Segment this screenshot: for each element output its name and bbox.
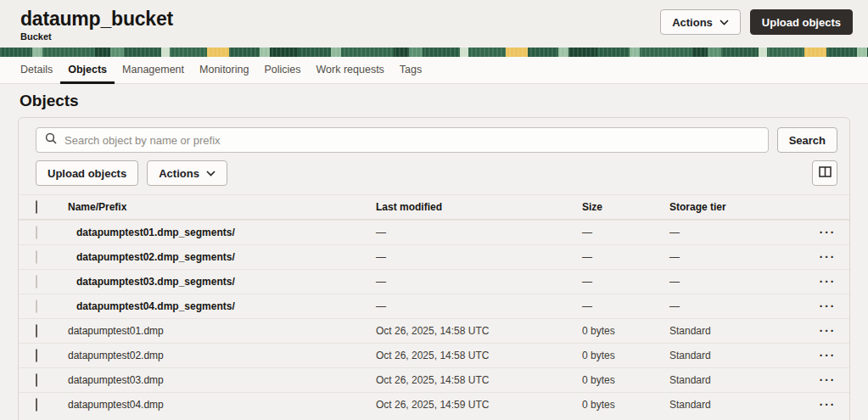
row-checkbox[interactable] [36, 324, 37, 338]
row-checkbox[interactable] [36, 398, 37, 412]
table-header-row: Name/Prefix Last modified Size Storage t… [19, 194, 849, 220]
tab-monitoring[interactable]: Monitoring [192, 57, 256, 84]
row-actions-menu-button[interactable]: ··· [820, 373, 837, 386]
table-row: datapumptest03.dmp Oct 26, 2025, 14:58 U… [19, 367, 849, 392]
column-header-size: Size [582, 201, 669, 213]
row-actions-menu-button[interactable]: ··· [820, 324, 837, 337]
header-actions-label: Actions [672, 16, 713, 29]
tab-objects[interactable]: Objects [60, 57, 115, 84]
objects-panel: Search Upload objects Actions [18, 117, 850, 420]
object-last-modified: Oct 26, 2025, 14:58 UTC [376, 350, 582, 361]
object-size: 0 bytes [582, 325, 669, 337]
row-checkbox [36, 250, 37, 264]
search-icon [45, 132, 57, 148]
object-name[interactable]: datapumptest01.dmp [68, 325, 376, 337]
object-name[interactable]: datapumptest01.dmp_segments/ [68, 227, 376, 238]
header-upload-label: Upload objects [762, 16, 841, 29]
actions-button[interactable]: Actions [147, 160, 227, 186]
columns-icon [819, 166, 832, 180]
object-size: — [582, 276, 669, 288]
object-last-modified: — [376, 300, 582, 312]
tab-tags[interactable]: Tags [392, 57, 429, 84]
column-header-name: Name/Prefix [68, 201, 376, 213]
row-checkbox[interactable] [36, 373, 37, 387]
header-actions: Actions Upload objects [660, 9, 853, 35]
object-last-modified: — [376, 227, 582, 238]
page-subtitle: Bucket [20, 31, 173, 42]
table-row: datapumptest02.dmp Oct 26, 2025, 14:58 U… [19, 343, 849, 367]
table-row: datapumptest01.dmp_segments/ — — — ··· [19, 220, 849, 244]
objects-content: Objects Search Upload objects [0, 92, 868, 420]
objects-table: Name/Prefix Last modified Size Storage t… [19, 194, 849, 417]
object-storage-tier: Standard [669, 399, 790, 411]
row-actions-menu-button[interactable]: ··· [820, 275, 837, 288]
object-size: — [582, 300, 669, 312]
row-checkbox [36, 275, 37, 288]
tab-work-requests[interactable]: Work requests [309, 57, 392, 84]
table-row: datapumptest03.dmp_segments/ — — — ··· [19, 269, 849, 294]
table-row: datapumptest01.dmp Oct 26, 2025, 14:58 U… [19, 318, 849, 343]
row-checkbox [36, 300, 37, 313]
row-actions-menu-button[interactable]: ··· [820, 300, 837, 312]
object-name[interactable]: datapumptest02.dmp [68, 350, 376, 361]
column-settings-button[interactable] [812, 160, 837, 186]
row-actions-menu-button[interactable]: ··· [820, 250, 837, 263]
title-block: dataump_bucket Bucket [20, 8, 173, 42]
object-storage-tier: Standard [669, 350, 790, 361]
table-row: datapumptest04.dmp Oct 26, 2025, 14:59 U… [19, 392, 849, 417]
object-last-modified: Oct 26, 2025, 14:58 UTC [376, 374, 582, 386]
tab-policies[interactable]: Policies [256, 57, 308, 84]
row-checkbox [36, 226, 37, 239]
page-header: dataump_bucket Bucket Actions Upload obj… [0, 0, 868, 48]
object-storage-tier: Standard [669, 374, 790, 386]
object-size: 0 bytes [582, 399, 669, 411]
section-heading: Objects [20, 92, 848, 110]
search-input-wrapper [36, 127, 769, 153]
header-actions-button[interactable]: Actions [660, 9, 741, 35]
select-all-checkbox[interactable] [36, 200, 37, 214]
object-last-modified: Oct 26, 2025, 14:58 UTC [376, 325, 582, 337]
object-name[interactable]: datapumptest03.dmp [68, 374, 376, 386]
object-name[interactable]: datapumptest03.dmp_segments/ [68, 276, 376, 288]
upload-objects-button[interactable]: Upload objects [36, 160, 138, 186]
row-actions-menu-button[interactable]: ··· [820, 349, 837, 361]
object-name[interactable]: datapumptest04.dmp_segments/ [68, 300, 376, 312]
chevron-down-icon [206, 171, 216, 176]
tab-bar: DetailsObjectsManagementMonitoringPolici… [0, 57, 868, 84]
row-actions-menu-button[interactable]: ··· [820, 398, 837, 411]
object-storage-tier: — [669, 227, 790, 238]
table-row: datapumptest02.dmp_segments/ — — — ··· [19, 244, 849, 269]
object-size: 0 bytes [582, 350, 669, 361]
object-name[interactable]: datapumptest04.dmp [68, 399, 376, 411]
object-storage-tier: — [669, 276, 790, 288]
decorative-banner [0, 48, 868, 57]
toolbar-left: Upload objects Actions [36, 160, 227, 186]
table-body: datapumptest01.dmp_segments/ — — — ··· d… [19, 220, 849, 417]
search-row: Search [19, 118, 849, 153]
tab-management[interactable]: Management [115, 57, 192, 84]
search-input[interactable] [64, 134, 759, 147]
tab-details[interactable]: Details [13, 57, 60, 84]
table-row: datapumptest04.dmp_segments/ — — — ··· [19, 294, 849, 318]
object-last-modified: Oct 26, 2025, 14:59 UTC [376, 399, 582, 411]
bucket-page: dataump_bucket Bucket Actions Upload obj… [0, 0, 868, 420]
search-button[interactable]: Search [777, 127, 837, 153]
object-storage-tier: Standard [669, 325, 790, 337]
toolbar-row: Upload objects Actions [19, 153, 849, 186]
object-last-modified: — [376, 251, 582, 263]
object-size: 0 bytes [582, 374, 669, 386]
object-name[interactable]: datapumptest02.dmp_segments/ [68, 251, 376, 263]
object-storage-tier: — [669, 300, 790, 312]
row-actions-menu-button[interactable]: ··· [820, 226, 837, 238]
column-header-tier: Storage tier [669, 201, 790, 213]
object-size: — [582, 251, 669, 263]
column-header-modified: Last modified [376, 201, 582, 213]
object-size: — [582, 227, 669, 238]
row-checkbox[interactable] [36, 349, 37, 362]
object-last-modified: — [376, 276, 582, 288]
header-upload-objects-button[interactable]: Upload objects [750, 9, 853, 35]
page-title: dataump_bucket [20, 8, 173, 30]
object-storage-tier: — [669, 251, 790, 263]
chevron-down-icon [720, 20, 729, 25]
